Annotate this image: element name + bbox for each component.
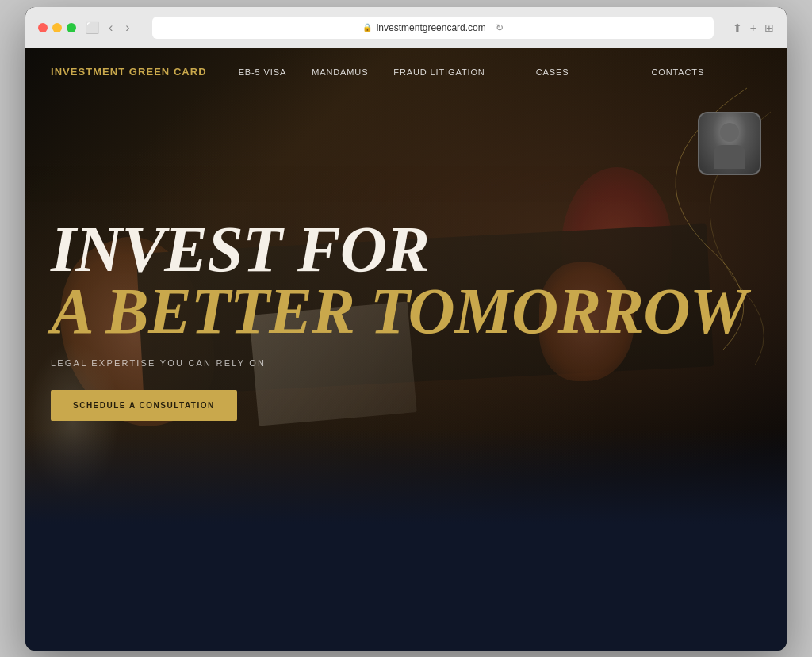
browser-controls: ⬜ ‹ › (86, 19, 133, 36)
forward-button[interactable]: › (122, 19, 132, 36)
share-icon[interactable]: ⬆ (733, 21, 742, 34)
nav-eb5[interactable]: EB-5 VISA (239, 67, 287, 77)
minimize-button[interactable] (52, 23, 62, 32)
site-logo[interactable]: INVESTMENT GREEN CARD (51, 66, 207, 78)
nav-fraud[interactable]: FRAUD LITIGATION (393, 67, 485, 77)
bottom-section (25, 524, 787, 651)
url-text: investmentgreencard.com (377, 22, 486, 33)
browser-chrome: ⬜ ‹ › 🔒 investmentgreencard.com ↻ ⬆ + ⊞ (25, 7, 787, 48)
window-icon: ⬜ (86, 21, 99, 34)
nav-mandamus[interactable]: MANDAMUS (312, 67, 368, 77)
back-button[interactable]: ‹ (105, 19, 116, 36)
lock-icon: 🔒 (362, 23, 372, 32)
extensions-icon[interactable]: ⊞ (764, 21, 774, 34)
portrait-thumbnail (698, 112, 761, 175)
hero-headline: INVEST FOR A BETTER TOMORROW (51, 219, 761, 342)
headline-line2: A BETTER TOMORROW (51, 281, 761, 342)
person-silhouette (710, 120, 749, 167)
navbar: INVESTMENT GREEN CARD EB-5 VISA MANDAMUS… (25, 48, 787, 96)
hero-subtitle: LEGAL EXPERTISE YOU CAN RELY ON (51, 358, 761, 368)
hero-section: INVESTMENT GREEN CARD EB-5 VISA MANDAMUS… (25, 48, 787, 524)
silhouette-head (720, 123, 739, 142)
address-bar[interactable]: 🔒 investmentgreencard.com ↻ (152, 17, 714, 39)
reload-icon[interactable]: ↻ (496, 22, 504, 33)
browser-actions: ⬆ + ⊞ (733, 21, 774, 34)
headline-line1: INVEST FOR (51, 219, 761, 281)
traffic-lights (38, 23, 76, 32)
maximize-button[interactable] (67, 23, 76, 32)
website: INVESTMENT GREEN CARD EB-5 VISA MANDAMUS… (25, 48, 787, 651)
browser-window: ⬜ ‹ › 🔒 investmentgreencard.com ↻ ⬆ + ⊞ (25, 7, 787, 651)
hero-content: INVEST FOR A BETTER TOMORROW LEGAL EXPER… (51, 219, 761, 421)
silhouette-body (714, 145, 745, 169)
new-tab-icon[interactable]: + (750, 21, 756, 34)
cta-consultation-button[interactable]: SCHEDULE A CONSULTATION (51, 390, 237, 421)
close-button[interactable] (38, 23, 48, 32)
portrait-image (699, 113, 760, 174)
hero-bottom-gradient (25, 429, 787, 524)
nav-links: EB-5 VISA MANDAMUS FRAUD LITIGATION CASE… (239, 67, 787, 78)
nav-contacts[interactable]: CONTACTS (651, 67, 704, 77)
nav-cases[interactable]: CASES (536, 67, 569, 77)
